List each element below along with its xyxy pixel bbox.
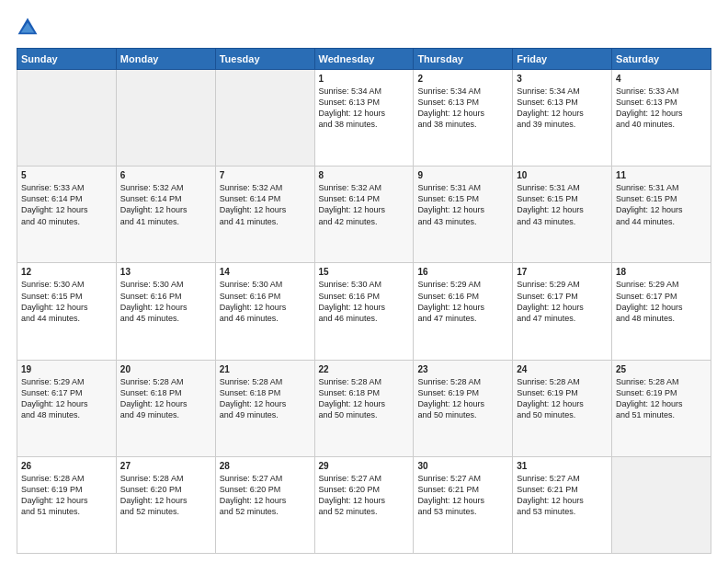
day-number: 2	[417, 74, 508, 84]
day-info: Sunrise: 5:30 AM Sunset: 6:15 PM Dayligh…	[21, 279, 112, 324]
calendar-header-day: Friday	[513, 49, 612, 70]
day-number: 28	[220, 461, 311, 471]
day-info: Sunrise: 5:27 AM Sunset: 6:20 PM Dayligh…	[220, 473, 311, 518]
day-info: Sunrise: 5:28 AM Sunset: 6:19 PM Dayligh…	[517, 376, 608, 421]
calendar-cell: 15Sunrise: 5:30 AM Sunset: 6:16 PM Dayli…	[314, 263, 414, 360]
day-info: Sunrise: 5:30 AM Sunset: 6:16 PM Dayligh…	[319, 279, 410, 324]
calendar-cell: 13Sunrise: 5:30 AM Sunset: 6:16 PM Dayli…	[116, 263, 215, 360]
calendar-cell: 11Sunrise: 5:31 AM Sunset: 6:15 PM Dayli…	[612, 167, 711, 263]
calendar-header-day: Sunday	[17, 49, 117, 70]
calendar-cell: 2Sunrise: 5:34 AM Sunset: 6:13 PM Daylig…	[414, 70, 513, 167]
calendar-cell: 26Sunrise: 5:28 AM Sunset: 6:19 PM Dayli…	[17, 456, 117, 553]
day-info: Sunrise: 5:27 AM Sunset: 6:21 PM Dayligh…	[517, 473, 608, 518]
calendar-cell	[116, 70, 215, 167]
day-number: 30	[417, 461, 508, 471]
calendar-header-day: Saturday	[612, 49, 711, 70]
day-number: 7	[220, 170, 311, 180]
day-info: Sunrise: 5:30 AM Sunset: 6:16 PM Dayligh…	[120, 279, 211, 324]
calendar-cell: 20Sunrise: 5:28 AM Sunset: 6:18 PM Dayli…	[116, 360, 215, 456]
day-info: Sunrise: 5:34 AM Sunset: 6:13 PM Dayligh…	[417, 86, 508, 131]
calendar-cell: 21Sunrise: 5:28 AM Sunset: 6:18 PM Dayli…	[215, 360, 314, 456]
calendar-cell: 24Sunrise: 5:28 AM Sunset: 6:19 PM Dayli…	[513, 360, 612, 456]
day-info: Sunrise: 5:33 AM Sunset: 6:13 PM Dayligh…	[616, 86, 707, 131]
day-number: 31	[517, 461, 608, 471]
day-number: 8	[319, 170, 410, 180]
day-number: 21	[220, 364, 311, 374]
page: SundayMondayTuesdayWednesdayThursdayFrid…	[0, 0, 728, 563]
day-info: Sunrise: 5:28 AM Sunset: 6:18 PM Dayligh…	[319, 376, 410, 421]
day-number: 5	[21, 170, 112, 180]
day-number: 29	[319, 461, 410, 471]
calendar-cell: 27Sunrise: 5:28 AM Sunset: 6:20 PM Dayli…	[116, 456, 215, 553]
day-info: Sunrise: 5:28 AM Sunset: 6:19 PM Dayligh…	[417, 376, 508, 421]
day-info: Sunrise: 5:32 AM Sunset: 6:14 PM Dayligh…	[120, 182, 211, 227]
calendar-header-day: Monday	[116, 49, 215, 70]
calendar-cell: 23Sunrise: 5:28 AM Sunset: 6:19 PM Dayli…	[414, 360, 513, 456]
calendar-cell: 8Sunrise: 5:32 AM Sunset: 6:14 PM Daylig…	[314, 167, 414, 263]
day-number: 23	[417, 364, 508, 374]
calendar-cell: 3Sunrise: 5:34 AM Sunset: 6:13 PM Daylig…	[513, 70, 612, 167]
calendar-cell: 1Sunrise: 5:34 AM Sunset: 6:13 PM Daylig…	[314, 70, 414, 167]
calendar-cell: 30Sunrise: 5:27 AM Sunset: 6:21 PM Dayli…	[414, 456, 513, 553]
calendar-week-row: 19Sunrise: 5:29 AM Sunset: 6:17 PM Dayli…	[17, 360, 711, 456]
day-number: 9	[417, 170, 508, 180]
day-info: Sunrise: 5:28 AM Sunset: 6:19 PM Dayligh…	[616, 376, 707, 421]
calendar-cell	[215, 70, 314, 167]
calendar-header-day: Thursday	[414, 49, 513, 70]
day-number: 3	[517, 74, 608, 84]
day-number: 27	[120, 461, 211, 471]
calendar-table: SundayMondayTuesdayWednesdayThursdayFrid…	[17, 48, 711, 554]
day-info: Sunrise: 5:31 AM Sunset: 6:15 PM Dayligh…	[417, 182, 508, 227]
day-number: 15	[319, 267, 410, 277]
calendar-cell: 9Sunrise: 5:31 AM Sunset: 6:15 PM Daylig…	[414, 167, 513, 263]
calendar-cell: 29Sunrise: 5:27 AM Sunset: 6:20 PM Dayli…	[314, 456, 414, 553]
calendar-cell	[17, 70, 117, 167]
calendar-cell: 28Sunrise: 5:27 AM Sunset: 6:20 PM Dayli…	[215, 456, 314, 553]
day-number: 17	[517, 267, 608, 277]
calendar-header-row: SundayMondayTuesdayWednesdayThursdayFrid…	[17, 49, 711, 70]
day-info: Sunrise: 5:34 AM Sunset: 6:13 PM Dayligh…	[319, 86, 410, 131]
day-info: Sunrise: 5:34 AM Sunset: 6:13 PM Dayligh…	[517, 86, 608, 131]
calendar-header-day: Tuesday	[215, 49, 314, 70]
calendar-cell: 18Sunrise: 5:29 AM Sunset: 6:17 PM Dayli…	[612, 263, 711, 360]
calendar-week-row: 12Sunrise: 5:30 AM Sunset: 6:15 PM Dayli…	[17, 263, 711, 360]
logo	[17, 17, 42, 39]
day-info: Sunrise: 5:28 AM Sunset: 6:18 PM Dayligh…	[120, 376, 211, 421]
day-info: Sunrise: 5:29 AM Sunset: 6:17 PM Dayligh…	[517, 279, 608, 324]
calendar-cell: 7Sunrise: 5:32 AM Sunset: 6:14 PM Daylig…	[215, 167, 314, 263]
calendar-cell	[612, 456, 711, 553]
day-info: Sunrise: 5:29 AM Sunset: 6:16 PM Dayligh…	[417, 279, 508, 324]
day-info: Sunrise: 5:31 AM Sunset: 6:15 PM Dayligh…	[616, 182, 707, 227]
day-info: Sunrise: 5:33 AM Sunset: 6:14 PM Dayligh…	[21, 182, 112, 227]
day-number: 14	[220, 267, 311, 277]
calendar-week-row: 1Sunrise: 5:34 AM Sunset: 6:13 PM Daylig…	[17, 70, 711, 167]
calendar-cell: 16Sunrise: 5:29 AM Sunset: 6:16 PM Dayli…	[414, 263, 513, 360]
calendar-cell: 17Sunrise: 5:29 AM Sunset: 6:17 PM Dayli…	[513, 263, 612, 360]
day-number: 6	[120, 170, 211, 180]
day-number: 10	[517, 170, 608, 180]
day-number: 24	[517, 364, 608, 374]
day-number: 11	[616, 170, 707, 180]
calendar-cell: 4Sunrise: 5:33 AM Sunset: 6:13 PM Daylig…	[612, 70, 711, 167]
calendar-cell: 31Sunrise: 5:27 AM Sunset: 6:21 PM Dayli…	[513, 456, 612, 553]
logo-icon	[17, 17, 39, 39]
day-number: 19	[21, 364, 112, 374]
calendar-cell: 5Sunrise: 5:33 AM Sunset: 6:14 PM Daylig…	[17, 167, 117, 263]
calendar-cell: 10Sunrise: 5:31 AM Sunset: 6:15 PM Dayli…	[513, 167, 612, 263]
day-info: Sunrise: 5:29 AM Sunset: 6:17 PM Dayligh…	[616, 279, 707, 324]
day-number: 18	[616, 267, 707, 277]
day-info: Sunrise: 5:32 AM Sunset: 6:14 PM Dayligh…	[319, 182, 410, 227]
calendar-cell: 22Sunrise: 5:28 AM Sunset: 6:18 PM Dayli…	[314, 360, 414, 456]
day-info: Sunrise: 5:29 AM Sunset: 6:17 PM Dayligh…	[21, 376, 112, 421]
header	[17, 17, 711, 39]
calendar-cell: 6Sunrise: 5:32 AM Sunset: 6:14 PM Daylig…	[116, 167, 215, 263]
day-number: 22	[319, 364, 410, 374]
calendar-cell: 19Sunrise: 5:29 AM Sunset: 6:17 PM Dayli…	[17, 360, 117, 456]
calendar-week-row: 26Sunrise: 5:28 AM Sunset: 6:19 PM Dayli…	[17, 456, 711, 553]
day-number: 26	[21, 461, 112, 471]
calendar-cell: 25Sunrise: 5:28 AM Sunset: 6:19 PM Dayli…	[612, 360, 711, 456]
day-number: 25	[616, 364, 707, 374]
day-info: Sunrise: 5:28 AM Sunset: 6:19 PM Dayligh…	[21, 473, 112, 518]
calendar-week-row: 5Sunrise: 5:33 AM Sunset: 6:14 PM Daylig…	[17, 167, 711, 263]
day-number: 4	[616, 74, 707, 84]
